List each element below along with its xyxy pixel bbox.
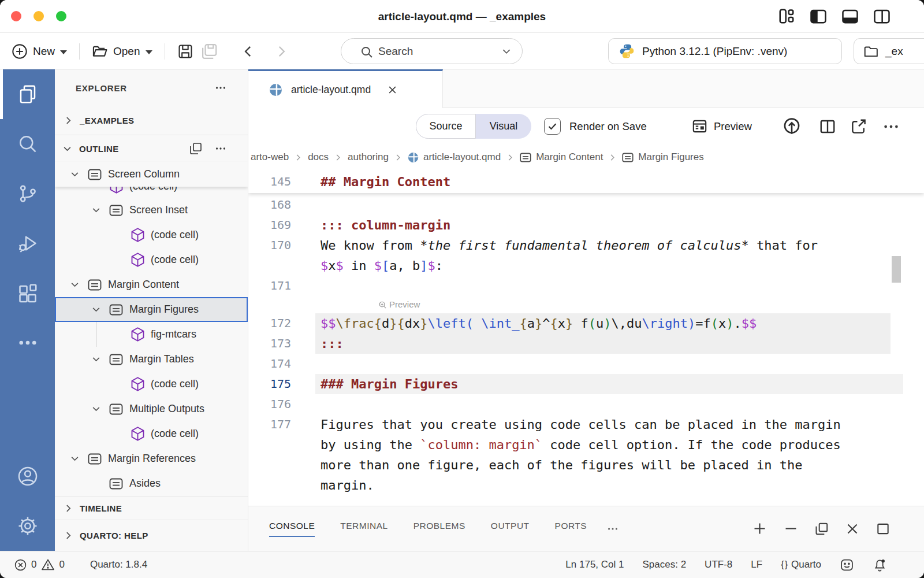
panel-tab-output[interactable]: OUTPUT [491, 521, 530, 537]
outline-item-code-cell[interactable]: (code cell) [55, 223, 248, 247]
panel-tab-terminal[interactable]: TERMINAL [340, 521, 388, 537]
search-input[interactable]: Search [341, 38, 523, 64]
outline-more-actions-icon[interactable] [214, 142, 227, 155]
activity-explorer-button[interactable] [0, 69, 55, 119]
outline-item-code-cell[interactable]: (code cell) [55, 247, 248, 272]
code-line[interactable]: 169::: column-margin [248, 215, 924, 235]
sidebar-section-examples[interactable]: _EXAMPLES [55, 106, 248, 135]
breadcrumb-item[interactable]: authoring [348, 151, 389, 163]
breadcrumb-item[interactable]: Margin Figures [622, 151, 703, 163]
activity-account-button[interactable] [0, 451, 55, 501]
code-line[interactable]: margin. [248, 475, 924, 495]
cursor-position-status[interactable]: Ln 175, Col 1 [565, 559, 624, 570]
restore-panel-icon[interactable] [814, 521, 829, 536]
editor-scrollbar-thumb[interactable] [892, 256, 901, 283]
close-tab-icon[interactable] [388, 85, 397, 95]
outline-item-code-cell[interactable]: (code cell) [55, 372, 248, 397]
editor-more-actions-button[interactable] [882, 108, 900, 144]
sidebar-section-quarto-help[interactable]: QUARTO: HELP [55, 520, 248, 551]
section-icon [109, 403, 123, 415]
code-line[interactable]: $x$ in $[a, b]$: [248, 255, 924, 276]
collapse-all-icon[interactable] [189, 142, 203, 155]
preview-button[interactable]: Preview [692, 108, 752, 144]
outline-item-fig-mtcars[interactable]: fig-mtcars [55, 322, 248, 347]
outline-item-margin-references[interactable]: Margin References [55, 446, 248, 471]
maximize-panel-icon[interactable] [875, 521, 891, 536]
code-line[interactable]: 170We know from *the first fundamental t… [248, 235, 924, 255]
activity-search-button[interactable] [0, 119, 55, 169]
split-editor-button[interactable] [819, 108, 836, 144]
code-line[interactable]: Preview [248, 296, 924, 313]
render-document-button[interactable] [782, 108, 802, 144]
source-visual-toggle[interactable]: Source Visual [416, 114, 531, 139]
close-panel-icon[interactable] [845, 521, 860, 536]
breadcrumb-item[interactable]: article-layout.qmd [408, 151, 501, 163]
interpreter-selector[interactable]: Python 3.12.1 (PipEnv: .venv) [608, 38, 842, 64]
code-line[interactable]: 171 [248, 276, 924, 296]
render-on-save-checkbox[interactable] [544, 118, 561, 135]
mode-source-button[interactable]: Source [416, 114, 476, 139]
outline-item-screen-column[interactable]: Screen Column [55, 162, 248, 187]
navigate-forward-button[interactable] [274, 44, 289, 59]
toggle-panel-icon[interactable] [840, 6, 860, 26]
encoding-status[interactable]: UTF-8 [705, 559, 732, 570]
sticky-scroll-line[interactable]: 145## Margin Content [248, 170, 924, 193]
outline-item-code-cell[interactable]: (code cell) [55, 421, 248, 446]
panel-tab-problems[interactable]: PROBLEMS [413, 521, 465, 537]
quarto-version-status[interactable]: Quarto: 1.8.4 [90, 559, 147, 570]
notifications-button[interactable] [873, 558, 887, 572]
code-line[interactable]: 176 [248, 394, 924, 414]
activity-extensions-button[interactable] [0, 268, 55, 318]
outline-item-multiple-outputs[interactable]: Multiple Outputs [55, 397, 248, 421]
activity-more-button[interactable] [0, 318, 55, 368]
code-line[interactable]: more than one figure, each of the figure… [248, 455, 924, 475]
panel-tab-ports[interactable]: PORTS [555, 521, 587, 537]
code-line[interactable]: 177Figures that you create using code ce… [248, 414, 924, 435]
code-line[interactable]: by using the `column: margin` code cell … [248, 435, 924, 455]
eol-status[interactable]: LF [751, 559, 762, 570]
code-line[interactable]: 174 [248, 354, 924, 374]
indentation-status[interactable]: Spaces: 2 [643, 559, 687, 570]
customize-layout-icon[interactable] [777, 6, 796, 26]
code-editor[interactable]: 145## Margin Content 168169::: column-ma… [248, 170, 924, 506]
language-mode-status[interactable]: { } Quarto [781, 559, 821, 570]
outline-item-margin-tables[interactable]: Margin Tables [55, 347, 248, 372]
save-all-button[interactable] [201, 43, 218, 60]
code-line[interactable]: 168 [248, 195, 924, 215]
workspace-button[interactable]: _ex [854, 38, 924, 64]
activity-run-debug-button[interactable] [0, 218, 55, 268]
code-line[interactable]: 175### Margin Figures [248, 374, 924, 394]
panel-tab-console[interactable]: CONSOLE [269, 521, 315, 537]
warnings-status[interactable]: 0 [41, 558, 64, 572]
math-preview-codelens[interactable]: Preview [378, 296, 420, 313]
navigate-back-button[interactable] [241, 44, 256, 59]
sidebar-section-timeline[interactable]: TIMELINE [55, 496, 248, 520]
sidebar-section-outline[interactable]: OUTLINE [55, 135, 248, 162]
outline-item-margin-figures[interactable]: Margin Figures [55, 297, 248, 322]
errors-status[interactable]: 0 [14, 558, 36, 572]
open-button[interactable]: Open [92, 43, 152, 60]
tab-article-layout[interactable]: article-layout.qmd [248, 69, 443, 108]
new-console-icon[interactable] [752, 521, 767, 536]
breadcrumb-item[interactable]: Margin Content [520, 151, 603, 163]
outline-item-asides[interactable]: Asides [55, 471, 248, 496]
new-button[interactable]: New [12, 43, 67, 60]
code-line[interactable]: 173::: [248, 334, 924, 354]
breadcrumb-item[interactable]: arto-web [251, 151, 289, 163]
toggle-primary-sidebar-icon[interactable] [808, 6, 828, 26]
activity-settings-button[interactable] [0, 501, 55, 551]
panel-more-tabs-icon[interactable] [606, 523, 619, 535]
chevron-left-icon [241, 44, 256, 59]
toggle-secondary-sidebar-icon[interactable] [872, 6, 892, 26]
minimize-panel-icon[interactable] [783, 521, 799, 536]
open-external-button[interactable] [850, 108, 867, 144]
code-line[interactable]: 172$$\frac{d}{dx}\left( \int_{a}^{x} f(u… [248, 313, 924, 334]
outline-item-margin-content[interactable]: Margin Content [55, 272, 248, 297]
explorer-more-actions-icon[interactable] [214, 81, 227, 94]
save-button[interactable] [177, 43, 193, 60]
activity-source-control-button[interactable] [0, 169, 55, 218]
breadcrumb-item[interactable]: docs [308, 151, 329, 163]
mode-visual-button[interactable]: Visual [476, 120, 531, 132]
feedback-button[interactable] [840, 558, 854, 572]
outline-item-screen-inset[interactable]: Screen Inset [55, 198, 248, 223]
